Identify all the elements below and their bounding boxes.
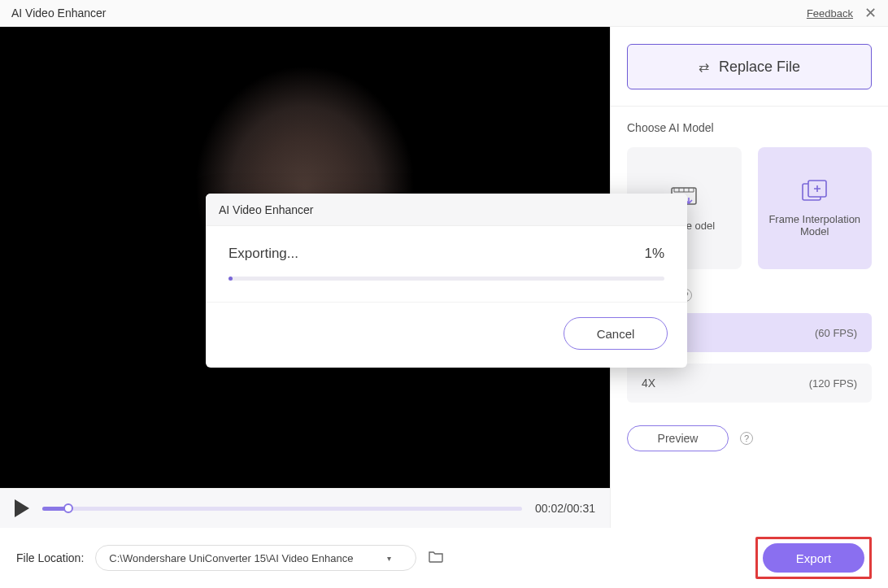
fps-120-label: (120 FPS) bbox=[809, 377, 857, 390]
dialog-footer: Cancel bbox=[206, 302, 687, 368]
file-location-select[interactable]: C:\Wondershare UniConverter 15\AI Video … bbox=[95, 545, 416, 571]
status-row: Exporting... 1% bbox=[229, 246, 664, 262]
export-button[interactable]: Export bbox=[763, 543, 864, 573]
footer-left: File Location: C:\Wondershare UniConvert… bbox=[16, 545, 444, 571]
time-label: 00:02/00:31 bbox=[535, 502, 595, 515]
file-location-value: C:\Wondershare UniConverter 15\AI Video … bbox=[109, 552, 353, 564]
titlebar: AI Video Enhancer Feedback ✕ bbox=[0, 0, 888, 27]
file-location-label: File Location: bbox=[16, 551, 84, 564]
dialog-body: Exporting... 1% bbox=[206, 226, 687, 290]
close-icon[interactable]: ✕ bbox=[864, 4, 877, 22]
swap-icon: ⇄ bbox=[699, 59, 709, 75]
export-status-text: Exporting... bbox=[229, 246, 298, 262]
choose-model-label: Choose AI Model bbox=[627, 121, 872, 134]
fps-60-label: (60 FPS) bbox=[815, 327, 857, 339]
folder-icon[interactable] bbox=[428, 549, 444, 567]
titlebar-right: Feedback ✕ bbox=[807, 4, 877, 22]
chevron-down-icon: ▾ bbox=[387, 554, 391, 563]
progress-bar bbox=[229, 277, 664, 281]
replace-file-button[interactable]: ⇄ Replace File bbox=[627, 44, 872, 89]
export-percent: 1% bbox=[644, 246, 664, 262]
dialog-title: AI Video Enhancer bbox=[206, 194, 687, 226]
app-title: AI Video Enhancer bbox=[11, 7, 107, 20]
progress-fill bbox=[229, 277, 233, 281]
preview-row: Preview ? bbox=[627, 425, 872, 451]
help-icon[interactable]: ? bbox=[740, 432, 753, 445]
fps-option-120[interactable]: 4X (120 FPS) bbox=[627, 364, 872, 403]
export-dialog: AI Video Enhancer Exporting... 1% Cancel bbox=[206, 194, 687, 368]
model-card-frame-interpolation[interactable]: Frame Interpolation Model bbox=[758, 147, 873, 269]
model-frame-label: Frame Interpolation Model bbox=[764, 213, 866, 237]
cancel-button[interactable]: Cancel bbox=[564, 317, 668, 350]
seek-thumb[interactable] bbox=[63, 503, 73, 513]
footer: File Location: C:\Wondershare UniConvert… bbox=[0, 528, 888, 588]
preview-button[interactable]: Preview bbox=[627, 425, 729, 451]
fps-120-mult: 4X bbox=[642, 377, 655, 390]
export-highlight: Export bbox=[755, 537, 872, 579]
divider bbox=[611, 106, 888, 107]
replace-file-label: Replace File bbox=[719, 59, 800, 76]
feedback-link[interactable]: Feedback bbox=[807, 7, 853, 20]
frame-interpolation-icon bbox=[800, 179, 829, 202]
seek-slider[interactable] bbox=[42, 507, 522, 511]
play-icon[interactable] bbox=[15, 499, 29, 517]
playbar: 00:02/00:31 bbox=[0, 488, 610, 528]
